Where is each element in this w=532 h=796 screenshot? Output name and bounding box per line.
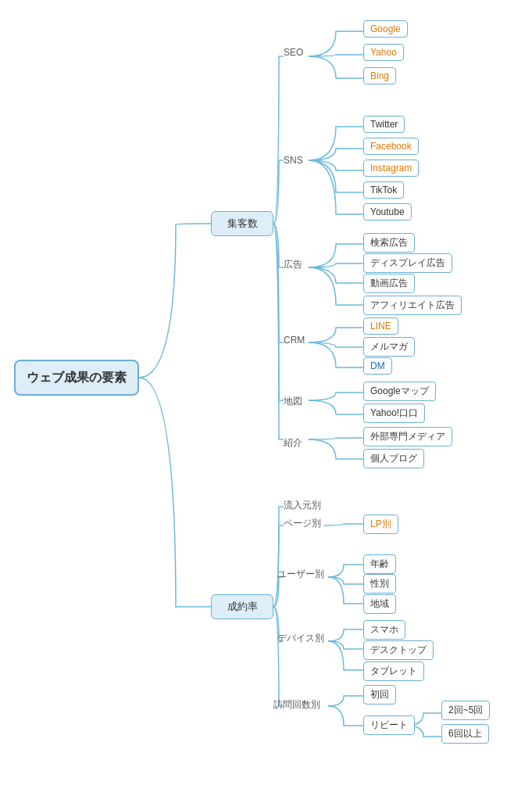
leaf-chiiki: 地域	[363, 594, 396, 614]
leaf-display: ディスプレイ広告	[363, 253, 452, 273]
cat-crm: CRM	[284, 335, 305, 346]
cat-sns: SNS	[284, 155, 303, 166]
leaf-googlemap: Googleマップ	[363, 382, 436, 401]
leaf-shokkai: 初回	[363, 685, 396, 705]
leaf-repeat: リピート	[363, 715, 415, 735]
leaf-twitter: Twitter	[363, 116, 405, 133]
cat-ryunyuu: 流入元別	[284, 499, 321, 512]
leaf-kensaku: 検索広告	[363, 233, 415, 253]
leaf-doga: 動画広告	[363, 274, 415, 293]
leaf-lpbetsu: LP別	[363, 515, 398, 534]
leaf-facebook: Facebook	[363, 138, 419, 155]
mid-label-shukyakusu: 集客数	[227, 217, 258, 231]
leaf-youtube: Youtube	[363, 203, 412, 221]
leaf-kojinblog: 個人ブログ	[363, 449, 424, 468]
leaf-tiktok: TikTok	[363, 181, 404, 199]
leaf-desktop: デスクトップ	[363, 640, 434, 660]
cat-seo: SEO	[284, 47, 303, 58]
leaf-affiliate: アフィリエイト広告	[363, 296, 462, 315]
cat-pagebetsu: ページ別	[284, 517, 321, 530]
leaf-google: Google	[363, 20, 408, 38]
leaf-seibetsu: 性別	[363, 574, 396, 593]
leaf-nenrei: 年齢	[363, 554, 396, 574]
leaf-senmonmedia: 外部専門メディア	[363, 427, 452, 446]
leaf-2to5: 2回~5回	[441, 701, 490, 720]
leaf-merumaga: メルマガ	[363, 337, 415, 357]
mid-node-shukyakusu: 集客数	[211, 211, 273, 236]
leaf-6plus: 6回以上	[441, 724, 489, 744]
mid-node-seiyakuritsu: 成約率	[211, 594, 273, 619]
leaf-tablet: タブレット	[363, 662, 424, 681]
leaf-sumaho: スマホ	[363, 620, 405, 640]
mid-label-seiyakuritsu: 成約率	[227, 600, 258, 614]
cat-devicebetsu: デバイス別	[277, 632, 324, 645]
leaf-instagram: Instagram	[363, 160, 419, 177]
cat-homonbetsu: 訪問回数別	[273, 698, 320, 712]
cat-koko: 広告	[284, 258, 302, 271]
leaf-yahoolocal: Yahoo!口口	[363, 403, 425, 423]
leaf-yahoo: Yahoo	[363, 44, 404, 61]
root-node: ウェブ成果の要素	[14, 360, 139, 396]
leaf-dm: DM	[363, 357, 392, 375]
leaf-line: LINE	[363, 317, 398, 335]
cat-shokai: 紹介	[284, 436, 302, 450]
root-label: ウェブ成果の要素	[27, 370, 127, 386]
leaf-bing: Bing	[363, 67, 396, 84]
cat-chizu: 地図	[284, 395, 302, 408]
cat-userbetsu: ユーザー別	[277, 568, 324, 581]
